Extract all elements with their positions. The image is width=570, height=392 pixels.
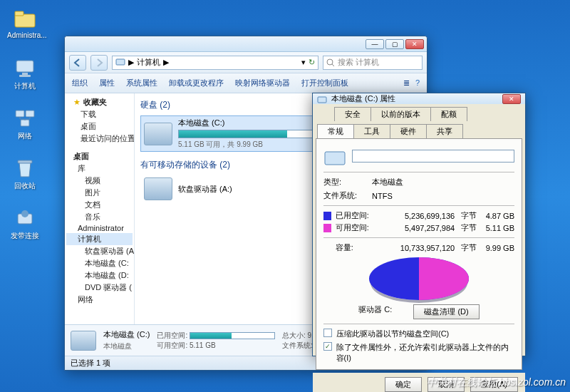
breadcrumb[interactable]: 计算机 — [137, 57, 160, 68]
search-input[interactable]: 搜索 计算机 — [323, 56, 423, 70]
tab-previous[interactable]: 以前的版本 — [370, 107, 431, 121]
svg-point-12 — [327, 59, 333, 65]
checkbox-icon[interactable]: ✓ — [323, 342, 332, 351]
desktop-icon-dialup[interactable]: 发带连接 — [7, 207, 43, 241]
disk-cleanup-button[interactable]: 磁盘清理 (D) — [413, 304, 479, 319]
back-button[interactable] — [69, 55, 86, 71]
network-icon — [14, 107, 36, 130]
svg-rect-11 — [116, 59, 125, 65]
dialog-titlebar[interactable]: 本地磁盘 (C:) 属性 ✕ — [313, 93, 525, 104]
drive-icon — [71, 331, 96, 351]
svg-rect-14 — [325, 152, 345, 165]
tree-favorites[interactable]: ★收藏夹 — [66, 96, 133, 108]
fs-label: 文件系统: — [323, 190, 366, 201]
tab-sharing[interactable]: 共享 — [426, 124, 463, 138]
tree-dvd[interactable]: DVD 驱动器 ( — [66, 282, 133, 294]
refresh-icon[interactable]: ↻ — [309, 58, 315, 67]
drive-caption: 驱动器 C: — [358, 304, 392, 319]
desktop-icon-label: 回收站 — [7, 181, 43, 191]
toolbar-sysprop[interactable]: 系统属性 — [126, 78, 157, 88]
close-button[interactable]: ✕ — [405, 39, 424, 49]
desktop-icon-admin[interactable]: Administra... — [7, 7, 43, 39]
checkbox-icon[interactable] — [323, 329, 332, 337]
view-icon[interactable]: ≣ — [403, 78, 410, 88]
tree-floppy[interactable]: 软盘驱动器 (A: — [66, 245, 133, 257]
used-gb: 4.87 GB — [481, 212, 514, 220]
search-placeholder: 搜索 计算机 — [338, 57, 379, 68]
status-used-label: 已用空间: — [157, 331, 187, 339]
toolbar-mapnet[interactable]: 映射网络驱动器 — [235, 78, 290, 88]
tab-row-1: 安全 以前的版本 配额 — [313, 104, 525, 121]
maximize-button[interactable]: ▢ — [385, 39, 404, 49]
svg-point-10 — [21, 210, 28, 217]
tree-computer[interactable]: 计算机 — [66, 233, 133, 245]
ok-button[interactable]: 确定 — [385, 377, 422, 392]
minimize-button[interactable]: — — [366, 39, 384, 49]
tree-localc[interactable]: 本地磁盘 (C: — [66, 257, 133, 269]
compress-checkbox-row[interactable]: 压缩此驱动器以节约磁盘空间(C) — [323, 329, 514, 339]
arrow-left-icon — [73, 58, 83, 68]
index-label: 除了文件属性外，还允许索引此驱动器上文件的内容(I) — [336, 342, 514, 363]
tree-desktop[interactable]: 桌面 — [66, 120, 133, 133]
tree-downloads[interactable]: 下载 — [66, 108, 133, 120]
desktop-icon-network[interactable]: 网络 — [7, 107, 43, 141]
toolbar-uninstall[interactable]: 卸载或更改程序 — [169, 78, 224, 88]
tree-videos[interactable]: 视频 — [66, 175, 133, 187]
type-value: 本地磁盘 — [372, 177, 403, 187]
tree-docs[interactable]: 文档 — [66, 199, 133, 211]
forward-button[interactable] — [90, 55, 108, 71]
status-total-label: 总大小: — [282, 331, 306, 339]
free-bytes: 5,497,257,984 — [378, 224, 455, 232]
chevron-down-icon[interactable]: ▾ — [301, 58, 306, 67]
tree-music[interactable]: 音乐 — [66, 211, 133, 223]
titlebar[interactable]: — ▢ ✕ — [65, 36, 427, 52]
tab-hardware[interactable]: 硬件 — [390, 124, 427, 138]
toolbar-organize[interactable]: 组织 — [72, 78, 88, 88]
tab-general[interactable]: 常规 — [317, 124, 354, 138]
drive-icon — [317, 94, 327, 104]
help-icon[interactable]: ? — [415, 78, 420, 88]
svg-rect-0 — [15, 14, 35, 27]
tree-locald[interactable]: 本地磁盘 (D: — [66, 269, 133, 282]
tree-desktop2[interactable]: 桌面 — [66, 150, 133, 163]
desktop-icon-label: 计算机 — [7, 81, 43, 91]
capacity-unit: 字节 — [459, 242, 477, 253]
tree-pictures[interactable]: 图片 — [66, 187, 133, 199]
dialup-icon — [14, 207, 36, 229]
tab-tools[interactable]: 工具 — [353, 124, 390, 138]
desktop-icon-computer[interactable]: 计算机 — [7, 57, 43, 91]
free-gb: 5.11 GB — [481, 224, 514, 232]
tab-security[interactable]: 安全 — [334, 107, 371, 121]
tree-recent[interactable]: 最近访问的位置 — [66, 133, 133, 145]
tree-admin[interactable]: Administrator — [66, 223, 133, 233]
used-label: 已用空间: — [336, 210, 374, 221]
free-swatch — [323, 224, 331, 232]
status-name: 本地磁盘 (C:) — [103, 330, 150, 339]
folder-icon — [14, 7, 36, 30]
nav-tree[interactable]: ★收藏夹 下载 桌面 最近访问的位置 桌面 库 视频 图片 文档 音乐 Admi… — [65, 93, 135, 324]
tab-row-2: 常规 工具 硬件 共享 — [313, 121, 525, 138]
tab-page-general: 类型:本地磁盘 文件系统:NTFS 已用空间: 5,236,699,136 字节… — [316, 138, 522, 370]
drive-icon — [323, 145, 346, 167]
svg-rect-8 — [18, 160, 32, 163]
free-label: 可用空间: — [336, 222, 374, 233]
search-icon — [326, 58, 335, 67]
close-button[interactable]: ✕ — [502, 94, 521, 104]
index-checkbox-row[interactable]: ✓除了文件属性外，还允许索引此驱动器上文件的内容(I) — [323, 342, 514, 363]
desktop-icon-recycle[interactable]: 回收站 — [7, 157, 43, 191]
status-fs-label: 文件系统: — [282, 341, 313, 349]
volume-label-input[interactable] — [352, 150, 514, 163]
toolbar-controlpanel[interactable]: 打开控制面板 — [301, 78, 348, 88]
svg-rect-2 — [16, 61, 33, 72]
tab-quota[interactable]: 配额 — [430, 107, 467, 121]
tree-network[interactable]: 网络 — [66, 294, 133, 306]
breadcrumb-sep: ▶ — [128, 58, 134, 67]
tree-libs[interactable]: 库 — [66, 163, 133, 175]
usage-pie — [369, 257, 469, 300]
toolbar-properties[interactable]: 属性 — [99, 78, 115, 88]
svg-rect-4 — [19, 75, 31, 77]
svg-rect-5 — [16, 110, 24, 117]
address-bar[interactable]: ▶ 计算机 ▶ ▾ ↻ — [112, 56, 318, 70]
arrow-right-icon — [94, 58, 104, 68]
svg-rect-1 — [15, 11, 24, 16]
